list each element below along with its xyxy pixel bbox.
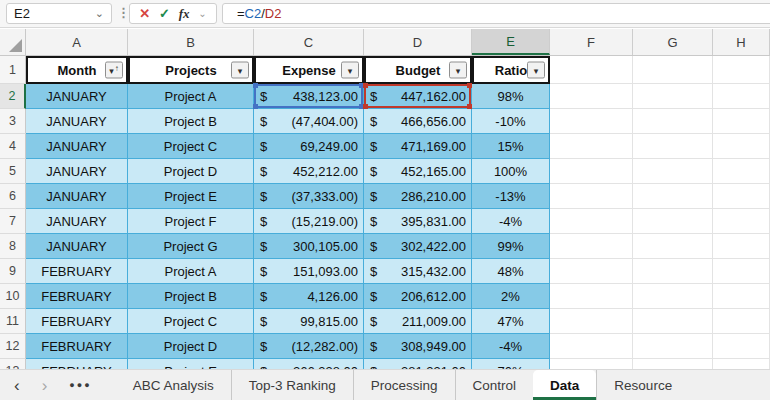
row-header-13[interactable]: 13	[0, 359, 26, 369]
row-header-1[interactable]: 1	[0, 56, 26, 84]
cell-project[interactable]: Project B	[128, 284, 254, 309]
cell-budget[interactable]: $381,231.00	[364, 359, 472, 369]
header-cell-month[interactable]: Month ▾↑	[26, 56, 128, 84]
cell-expense[interactable]: $151,093.00	[254, 259, 364, 284]
cell-project[interactable]: Project C	[128, 309, 254, 334]
cell-budget[interactable]: $286,210.00	[364, 184, 472, 209]
cell-month[interactable]: FEBRUARY	[26, 309, 128, 334]
cell-empty[interactable]	[713, 309, 770, 334]
cell-ratio[interactable]: 48%	[472, 259, 550, 284]
filter-dropdown-icon[interactable]: ▾	[341, 62, 359, 79]
cell-ratio[interactable]: -4%	[472, 209, 550, 234]
cell-expense[interactable]: $4,126.00	[254, 284, 364, 309]
cell-project[interactable]: Project D	[128, 334, 254, 359]
cell-budget[interactable]: $447,162.00	[364, 84, 472, 109]
cell-project[interactable]: Project B	[128, 109, 254, 134]
header-cell-projects[interactable]: Projects ▾	[128, 56, 254, 84]
cell-budget[interactable]: $452,165.00	[364, 159, 472, 184]
cell-expense[interactable]: $(37,333.00)	[254, 184, 364, 209]
sheet-tab-control[interactable]: Control	[455, 370, 534, 400]
cell-ratio[interactable]: -4%	[472, 334, 550, 359]
cell-month[interactable]: FEBRUARY	[26, 259, 128, 284]
cell-expense[interactable]: $300,105.00	[254, 234, 364, 259]
cell-empty[interactable]	[713, 159, 770, 184]
cell-ratio[interactable]: 2%	[472, 284, 550, 309]
filter-dropdown-icon[interactable]: ▾	[449, 62, 467, 79]
row-header-4[interactable]: 4	[0, 134, 26, 159]
row-header-8[interactable]: 8	[0, 234, 26, 259]
name-box[interactable]: E2 ⌄	[6, 3, 112, 24]
cell-empty[interactable]	[633, 209, 713, 234]
cell-month[interactable]: JANUARY	[26, 134, 128, 159]
cell-month[interactable]: JANUARY	[26, 234, 128, 259]
column-header-h[interactable]: H	[713, 29, 770, 55]
row-header-10[interactable]: 10	[0, 284, 26, 309]
cell-expense[interactable]: $452,212.00	[254, 159, 364, 184]
cell-month[interactable]: JANUARY	[26, 209, 128, 234]
cell-empty[interactable]	[713, 56, 770, 84]
cell-project[interactable]: Project C	[128, 134, 254, 159]
cell-ratio[interactable]: -10%	[472, 109, 550, 134]
column-header-b[interactable]: B	[128, 29, 254, 55]
column-header-c[interactable]: C	[254, 29, 364, 55]
previous-sheet-icon[interactable]: ‹	[14, 377, 20, 394]
cell-project[interactable]: Project F	[128, 209, 254, 234]
cell-empty[interactable]	[633, 134, 713, 159]
cell-project[interactable]: Project E	[128, 359, 254, 369]
cell-empty[interactable]	[633, 234, 713, 259]
header-cell-ratio[interactable]: Ratio ▾	[472, 56, 550, 84]
cell-empty[interactable]	[713, 359, 770, 369]
row-header-7[interactable]: 7	[0, 209, 26, 234]
cell-expense[interactable]: $(15,219.00)	[254, 209, 364, 234]
filter-sort-ascending-icon[interactable]: ▾↑	[105, 62, 123, 79]
cell-empty[interactable]	[713, 234, 770, 259]
cell-expense[interactable]: $266,338.00	[254, 359, 364, 369]
cell-month[interactable]: FEBRUARY	[26, 334, 128, 359]
cell-empty[interactable]	[550, 184, 633, 209]
cell-budget[interactable]: $315,432.00	[364, 259, 472, 284]
cell-empty[interactable]	[550, 309, 633, 334]
cell-project[interactable]: Project D	[128, 159, 254, 184]
cell-expense[interactable]: $(12,282.00)	[254, 334, 364, 359]
cell-empty[interactable]	[550, 56, 633, 84]
cell-ratio[interactable]: 99%	[472, 234, 550, 259]
cell-budget[interactable]: $466,656.00	[364, 109, 472, 134]
chevron-down-icon[interactable]: ⌄	[95, 8, 104, 19]
chevron-down-icon[interactable]: ⌄	[198, 8, 206, 19]
cell-empty[interactable]	[550, 334, 633, 359]
cell-ratio[interactable]: 70%	[472, 359, 550, 369]
sheet-tab-data[interactable]: Data	[533, 370, 596, 400]
cell-empty[interactable]	[550, 109, 633, 134]
cell-month[interactable]: JANUARY	[26, 184, 128, 209]
cell-project[interactable]: Project G	[128, 234, 254, 259]
sheet-tab-top-3-ranking[interactable]: Top-3 Ranking	[231, 370, 353, 400]
cell-empty[interactable]	[633, 109, 713, 134]
row-header-9[interactable]: 9	[0, 259, 26, 284]
row-header-2[interactable]: 2	[0, 84, 26, 109]
cell-empty[interactable]	[633, 84, 713, 109]
cell-empty[interactable]	[633, 259, 713, 284]
cell-budget[interactable]: $471,169.00	[364, 134, 472, 159]
cell-ratio[interactable]: 15%	[472, 134, 550, 159]
header-cell-budget[interactable]: Budget ▾	[364, 56, 472, 84]
cell-expense[interactable]: $(47,404.00)	[254, 109, 364, 134]
cell-empty[interactable]	[550, 359, 633, 369]
cell-expense[interactable]: $99,815.00	[254, 309, 364, 334]
all-sheets-icon[interactable]: ●●●	[69, 380, 91, 390]
row-header-6[interactable]: 6	[0, 184, 26, 209]
cell-budget[interactable]: $211,009.00	[364, 309, 472, 334]
cell-empty[interactable]	[633, 334, 713, 359]
cell-empty[interactable]	[713, 209, 770, 234]
column-header-f[interactable]: F	[550, 29, 633, 55]
cell-ratio[interactable]: -13%	[472, 184, 550, 209]
cell-empty[interactable]	[713, 84, 770, 109]
sheet-tab-resource[interactable]: Resource	[596, 370, 689, 400]
row-header-12[interactable]: 12	[0, 334, 26, 359]
cancel-icon[interactable]: ✕	[139, 6, 150, 21]
cell-empty[interactable]	[713, 134, 770, 159]
header-cell-expense[interactable]: Expense ▾	[254, 56, 364, 84]
sheet-tab-abc-analysis[interactable]: ABC Analysis	[116, 370, 231, 400]
cell-month[interactable]: JANUARY	[26, 159, 128, 184]
cell-empty[interactable]	[713, 259, 770, 284]
row-header-11[interactable]: 11	[0, 309, 26, 334]
